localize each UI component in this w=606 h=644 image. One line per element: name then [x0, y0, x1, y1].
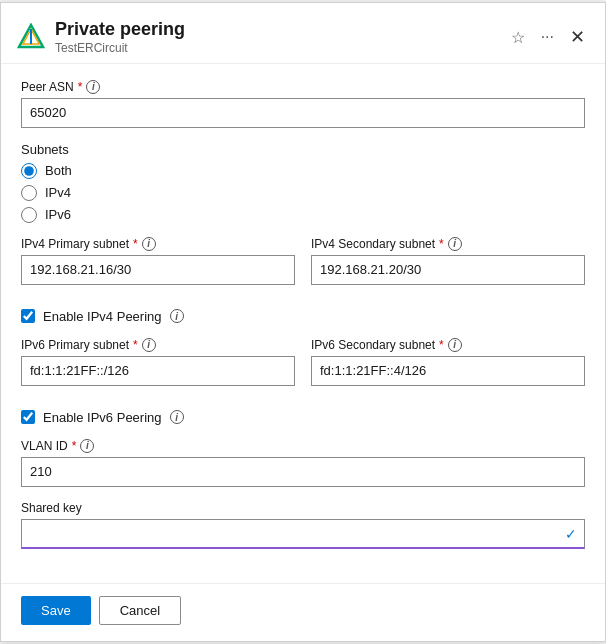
- enable-ipv4-label[interactable]: Enable IPv4 Peering: [43, 309, 162, 324]
- ipv6-secondary-label: IPv6 Secondary subnet * i: [311, 338, 585, 352]
- enable-ipv6-row: Enable IPv6 Peering i: [21, 410, 585, 425]
- ipv4-subnets-row: IPv4 Primary subnet * i IPv4 Secondary s…: [21, 237, 585, 299]
- peer-asn-label: Peer ASN * i: [21, 80, 585, 94]
- shared-key-wrapper: ✓: [21, 519, 585, 549]
- star-icon: ☆: [511, 29, 525, 46]
- radio-ipv4-input[interactable]: [21, 185, 37, 201]
- enable-ipv6-checkbox[interactable]: [21, 410, 35, 424]
- title-block: Private peering TestERCircuit: [55, 19, 507, 55]
- radio-both[interactable]: Both: [21, 163, 585, 179]
- shared-key-group: Shared key ✓: [21, 501, 585, 549]
- panel-subtitle: TestERCircuit: [55, 41, 507, 55]
- vlan-id-label: VLAN ID * i: [21, 439, 585, 453]
- peer-asn-group: Peer ASN * i: [21, 80, 585, 128]
- subnets-group: Subnets Both IPv4 IPv6: [21, 142, 585, 223]
- ipv6-subnets-row: IPv6 Primary subnet * i IPv6 Secondary s…: [21, 338, 585, 400]
- ipv4-primary-label: IPv4 Primary subnet * i: [21, 237, 295, 251]
- ipv4-primary-info-icon[interactable]: i: [142, 237, 156, 251]
- ipv6-secondary-group: IPv6 Secondary subnet * i: [311, 338, 585, 386]
- enable-ipv4-checkbox[interactable]: [21, 309, 35, 323]
- radio-both-label: Both: [45, 163, 72, 178]
- header-actions: ☆ ··· ✕: [507, 24, 589, 50]
- ipv6-secondary-info-icon[interactable]: i: [448, 338, 462, 352]
- panel-title: Private peering: [55, 19, 507, 41]
- vlan-id-info-icon[interactable]: i: [80, 439, 94, 453]
- subnets-label: Subnets: [21, 142, 585, 157]
- ipv6-primary-group: IPv6 Primary subnet * i: [21, 338, 295, 386]
- favorite-button[interactable]: ☆: [507, 26, 529, 49]
- subnet-radio-group: Both IPv4 IPv6: [21, 163, 585, 223]
- radio-ipv6[interactable]: IPv6: [21, 207, 585, 223]
- radio-ipv6-input[interactable]: [21, 207, 37, 223]
- more-options-button[interactable]: ···: [537, 26, 558, 48]
- ipv6-primary-label: IPv6 Primary subnet * i: [21, 338, 295, 352]
- close-icon: ✕: [570, 27, 585, 47]
- ipv4-primary-input[interactable]: [21, 255, 295, 285]
- save-button[interactable]: Save: [21, 596, 91, 625]
- ipv6-secondary-required: *: [439, 338, 444, 352]
- peer-asn-input[interactable]: [21, 98, 585, 128]
- close-button[interactable]: ✕: [566, 24, 589, 50]
- radio-ipv4-label: IPv4: [45, 185, 71, 200]
- ipv4-primary-required: *: [133, 237, 138, 251]
- ipv6-secondary-input[interactable]: [311, 356, 585, 386]
- peer-asn-required: *: [78, 80, 83, 94]
- enable-ipv4-row: Enable IPv4 Peering i: [21, 309, 585, 324]
- cancel-button[interactable]: Cancel: [99, 596, 181, 625]
- footer: Save Cancel: [1, 583, 605, 641]
- enable-ipv6-label[interactable]: Enable IPv6 Peering: [43, 410, 162, 425]
- vlan-id-group: VLAN ID * i: [21, 439, 585, 487]
- radio-ipv4[interactable]: IPv4: [21, 185, 585, 201]
- header: Private peering TestERCircuit ☆ ··· ✕: [1, 3, 605, 64]
- shared-key-label: Shared key: [21, 501, 585, 515]
- more-icon: ···: [541, 28, 554, 45]
- enable-ipv6-info-icon[interactable]: i: [170, 410, 184, 424]
- ipv6-primary-required: *: [133, 338, 138, 352]
- ipv4-secondary-input[interactable]: [311, 255, 585, 285]
- azure-logo: [17, 23, 45, 51]
- ipv4-secondary-group: IPv4 Secondary subnet * i: [311, 237, 585, 285]
- ipv4-secondary-label: IPv4 Secondary subnet * i: [311, 237, 585, 251]
- enable-ipv4-info-icon[interactable]: i: [170, 309, 184, 323]
- ipv6-primary-info-icon[interactable]: i: [142, 338, 156, 352]
- panel: Private peering TestERCircuit ☆ ··· ✕ Pe…: [0, 2, 606, 642]
- shared-key-input[interactable]: [21, 519, 585, 549]
- check-icon: ✓: [565, 526, 577, 542]
- vlan-id-input[interactable]: [21, 457, 585, 487]
- ipv4-secondary-info-icon[interactable]: i: [448, 237, 462, 251]
- ipv4-primary-group: IPv4 Primary subnet * i: [21, 237, 295, 285]
- vlan-id-required: *: [72, 439, 77, 453]
- radio-ipv6-label: IPv6: [45, 207, 71, 222]
- peer-asn-info-icon[interactable]: i: [86, 80, 100, 94]
- form-body: Peer ASN * i Subnets Both IPv4 IP: [1, 64, 605, 583]
- ipv4-secondary-required: *: [439, 237, 444, 251]
- radio-both-input[interactable]: [21, 163, 37, 179]
- ipv6-primary-input[interactable]: [21, 356, 295, 386]
